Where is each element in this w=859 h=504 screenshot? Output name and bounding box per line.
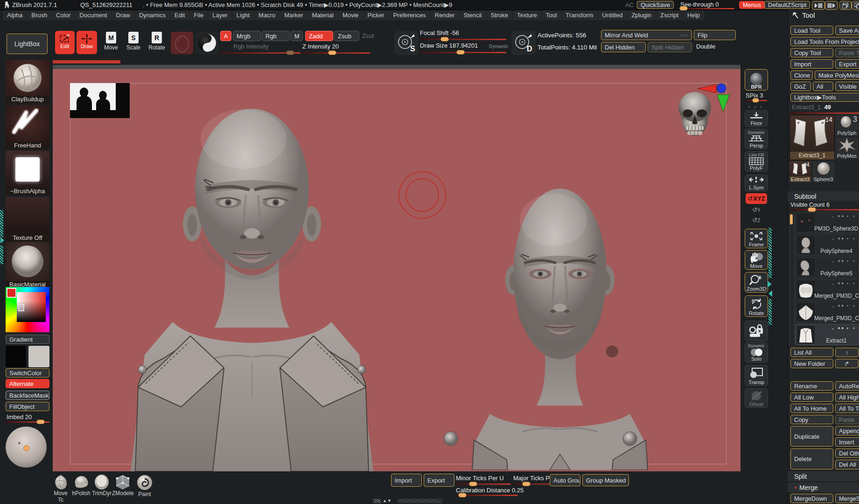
draw-size-label[interactable]: Draw Size 187.94201: [420, 42, 478, 49]
main-color-swatch[interactable]: [6, 346, 26, 367]
color-picker[interactable]: [6, 287, 49, 332]
draw-button[interactable]: Draw: [77, 31, 97, 54]
rgb-button[interactable]: Rgb: [262, 31, 290, 41]
goz-button[interactable]: GoZ: [790, 82, 811, 91]
menu-color[interactable]: Color: [52, 10, 75, 20]
subtool-row-2[interactable]: ⌄ ●● ◐ ◑ PolySphere4: [795, 234, 859, 256]
zadd-button[interactable]: Zadd: [305, 31, 333, 41]
current-tool-label[interactable]: Extract3_1. 49: [792, 104, 831, 111]
left-tray-open-arrow[interactable]: [0, 237, 4, 244]
alternate-button[interactable]: Alternate: [6, 379, 49, 388]
frame-button[interactable]: Frame: [745, 229, 768, 248]
visible-button[interactable]: Visible: [835, 82, 859, 91]
mirror-axes-mini-icon[interactable]: x y z: [748, 105, 763, 109]
subtool-row-icons[interactable]: ⌄ ●● ◐ ◑: [831, 326, 856, 330]
current-alpha-thumb[interactable]: ~BrushAlpha: [6, 151, 49, 195]
tool-thumb-sphere3[interactable]: Sphere3: [812, 161, 834, 182]
depth-d-icon[interactable]: D: [511, 31, 536, 55]
import-tool-button[interactable]: Import: [790, 59, 833, 69]
z-rotation-icon[interactable]: ↺Z: [749, 217, 763, 224]
camera-lock-button[interactable]: [745, 321, 768, 341]
imbed-label[interactable]: Imbed 20: [7, 413, 32, 420]
subtool-row-icons[interactable]: ⌄ ●● ◐ ◑: [831, 236, 856, 241]
menu-material[interactable]: Material: [308, 10, 338, 20]
rgb-intensity-slider[interactable]: [220, 52, 300, 54]
list-all-button[interactable]: List All: [790, 348, 833, 357]
draw-size-slider[interactable]: [420, 52, 506, 53]
quick-brush-move-topological[interactable]: Move Tc: [50, 474, 71, 503]
stroke-s-icon[interactable]: S: [394, 31, 419, 55]
menu-stencil[interactable]: Stencil: [459, 10, 486, 20]
minor-ticks-label[interactable]: Minor Ticks Per U: [456, 475, 504, 482]
a-polypaint-button[interactable]: A: [220, 31, 231, 41]
left-tray-divider2[interactable]: [0, 245, 3, 264]
scale-tool-button[interactable]: S Scale: [123, 32, 144, 54]
paste-subtool-button[interactable]: Paste: [835, 415, 859, 424]
all-high-button[interactable]: All High: [835, 392, 859, 402]
edit-button[interactable]: Edit: [55, 31, 75, 54]
subtool-row-icons[interactable]: ⌄ ●● ◐ ◑: [831, 281, 856, 286]
group-masked-button[interactable]: Group Masked: [582, 474, 629, 486]
focal-shift-label[interactable]: Focal Shift -56: [420, 29, 459, 36]
move-nav-button[interactable]: Move: [745, 250, 768, 270]
all-to-home-button[interactable]: All To Home: [790, 404, 833, 413]
tool-thumb-polymesh-star[interactable]: PolyMes: [835, 137, 859, 159]
current-color-swatch[interactable]: [171, 32, 193, 54]
split-hidden-button[interactable]: Split Hidden: [648, 42, 692, 52]
current-stroke-thumb[interactable]: FreeHand: [6, 105, 49, 149]
subtool-row-icons[interactable]: ⌄ ●● ◐ ◑: [831, 214, 856, 218]
load-tools-from-project-button[interactable]: Load Tools From Project: [790, 37, 859, 46]
menu-marker[interactable]: Marker: [280, 10, 307, 20]
tool-thumb-polysphere[interactable]: 3 PolySph: [835, 115, 859, 136]
rotate-tool-button[interactable]: R Rotate: [146, 32, 168, 54]
floor-export-button[interactable]: Export: [424, 474, 454, 487]
load-tool-button[interactable]: Load Tool: [790, 26, 833, 35]
collapse-right-icon[interactable]: [825, 1, 838, 10]
sculpt-figure-left[interactable]: [70, 79, 443, 471]
calibration-distance-label[interactable]: Calibration Distance 0.25: [456, 487, 524, 494]
visible-count-slider[interactable]: [789, 209, 859, 210]
clone-button[interactable]: Clone: [790, 70, 813, 80]
menu-zplugin[interactable]: Zplugin: [627, 10, 656, 20]
menu-help[interactable]: Help: [683, 10, 704, 20]
fill-object-button[interactable]: FillObject: [6, 402, 49, 411]
menu-texture[interactable]: Texture: [513, 10, 541, 20]
floor-button[interactable]: Floor: [745, 110, 768, 127]
right-tray-divider2[interactable]: [768, 299, 772, 325]
y-rotation-icon[interactable]: ↺Y: [749, 206, 763, 213]
zoom3d-button[interactable]: Zoom3D: [745, 272, 768, 293]
tool-thumb-extract3[interactable]: 4 Extract3: [789, 161, 811, 182]
menu-render[interactable]: Render: [431, 10, 459, 20]
menu-stroke[interactable]: Stroke: [486, 10, 512, 20]
document-canvas[interactable]: [53, 65, 740, 471]
all-button[interactable]: All: [813, 82, 833, 91]
swap-panels-right-icon[interactable]: [852, 1, 859, 10]
xyz-symmetry-button[interactable]: ↺XYZ: [746, 193, 767, 204]
current-material-thumb[interactable]: BasicMaterial: [6, 242, 49, 288]
menu-movie[interactable]: Movie: [338, 10, 363, 20]
new-folder-button[interactable]: New Folder: [790, 359, 833, 368]
subtool-row-icons[interactable]: ⌄ ●● ◐ ◑: [831, 259, 856, 263]
right-tray-arrow-open[interactable]: [768, 281, 772, 287]
duplicate-button[interactable]: Duplicate: [790, 426, 833, 447]
menu-file[interactable]: File: [189, 10, 208, 20]
menu-light[interactable]: Light: [232, 10, 254, 20]
mirror-axes-icon[interactable]: x y z: [681, 33, 688, 37]
menu-brush[interactable]: Brush: [27, 10, 51, 20]
menu-picker[interactable]: Picker: [363, 10, 389, 20]
collapse-left-icon[interactable]: [812, 1, 825, 10]
right-tray-divider[interactable]: [768, 228, 772, 278]
current-tool-slider[interactable]: [789, 112, 859, 114]
menus-button[interactable]: Menus: [739, 1, 765, 9]
move-tool-button[interactable]: M Move: [101, 32, 121, 54]
del-other-button[interactable]: Del Othe: [835, 448, 859, 458]
subtool-row-1[interactable]: ⌄ ●● ◐ ◑ PM3D_Sphere3D1_: [795, 212, 859, 233]
auto-reorder-button[interactable]: AutoReorder: [835, 381, 859, 391]
polyframe-button[interactable]: Line Fill PolyF: [745, 151, 768, 172]
all-to-target-button[interactable]: All To Ta: [835, 404, 859, 413]
menu-document[interactable]: Document: [75, 10, 111, 20]
mrgb-button[interactable]: Mrgb: [233, 31, 261, 41]
menu-zscript[interactable]: Zscript: [656, 10, 683, 20]
append-button[interactable]: Append: [835, 426, 859, 435]
left-tray-divider[interactable]: [0, 210, 3, 237]
